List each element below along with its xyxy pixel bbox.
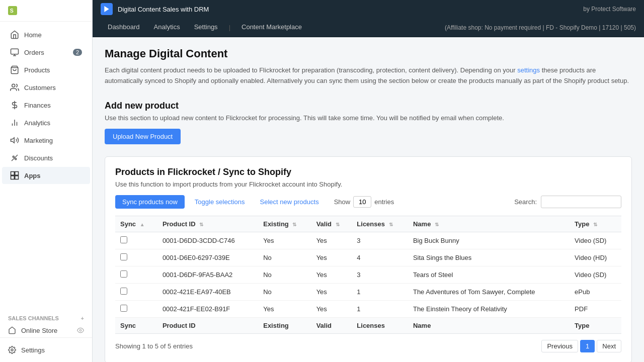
tab-analytics[interactable]: Analytics bbox=[147, 18, 187, 37]
svg-line-14 bbox=[12, 155, 18, 161]
product-id-cell: 0001-D6E0-6297-039E bbox=[157, 249, 258, 266]
sidebar-item-customers[interactable]: Customers bbox=[2, 79, 90, 96]
name-cell: The Einstein Theory of Relativity bbox=[408, 300, 570, 317]
marketing-icon bbox=[10, 136, 19, 145]
sidebar-item-analytics[interactable]: Analytics bbox=[2, 114, 90, 131]
tab-dashboard[interactable]: Dashboard bbox=[101, 18, 147, 37]
col-sync[interactable]: Sync ▲ bbox=[115, 216, 157, 232]
sync-checkbox[interactable] bbox=[120, 288, 127, 295]
sidebar-item-orders[interactable]: Orders 2 bbox=[2, 44, 90, 61]
type-cell: Video (HD) bbox=[570, 249, 621, 266]
table-row: 0001-D6DD-3CDD-C746 Yes Yes 3 Big Buck B… bbox=[115, 232, 621, 249]
show-entries-input[interactable] bbox=[353, 196, 371, 208]
upload-new-product-button[interactable]: Upload New Product bbox=[105, 129, 181, 144]
sidebar-item-products[interactable]: Products bbox=[2, 61, 90, 78]
sync-checkbox[interactable] bbox=[120, 236, 127, 243]
sidebar-item-label: Finances bbox=[24, 102, 51, 109]
sort-icon: ⇅ bbox=[593, 222, 597, 227]
sidebar-item-label: Customers bbox=[24, 84, 56, 92]
svg-marker-11 bbox=[11, 138, 15, 143]
pagination-prev[interactable]: Previous bbox=[541, 340, 578, 352]
valid-cell: Yes bbox=[311, 266, 352, 283]
settings-link[interactable]: settings bbox=[517, 66, 540, 74]
table-row: 0001-D6DF-9FA5-BAA2 No Yes 3 Tears of St… bbox=[115, 266, 621, 283]
sidebar: S Home Orders 2 Products bbox=[0, 0, 93, 362]
sidebar-navigation: Home Orders 2 Products Customers bbox=[0, 22, 92, 311]
pagination-page-1[interactable]: 1 bbox=[580, 340, 595, 352]
valid-cell: Yes bbox=[311, 232, 352, 249]
pagination: Previous 1 Next bbox=[541, 340, 621, 352]
sidebar-item-settings[interactable]: Settings bbox=[0, 342, 92, 358]
type-cell: Video (SD) bbox=[570, 232, 621, 249]
foot-col-type: Type bbox=[570, 317, 621, 333]
sync-checkbox-cell[interactable] bbox=[115, 249, 157, 266]
add-sales-channel-icon[interactable]: + bbox=[81, 315, 84, 321]
sidebar-item-label: Discounts bbox=[24, 154, 53, 162]
show-entries: Show entries bbox=[334, 196, 394, 208]
licenses-cell: 1 bbox=[352, 300, 408, 317]
tab-settings[interactable]: Settings bbox=[187, 18, 225, 37]
col-licenses[interactable]: Licenses ⇅ bbox=[352, 216, 408, 232]
sort-icon: ⇅ bbox=[199, 222, 203, 227]
products-icon bbox=[10, 65, 19, 74]
existing-cell: Yes bbox=[258, 232, 311, 249]
search-input[interactable] bbox=[541, 196, 621, 208]
sync-section-title: Products in Flickrocket / Sync to Shopif… bbox=[115, 167, 621, 177]
valid-cell: Yes bbox=[311, 249, 352, 266]
sidebar-item-discounts[interactable]: Discounts bbox=[2, 149, 90, 166]
sidebar-item-label: Apps bbox=[24, 172, 41, 179]
tab-content-marketplace[interactable]: Content Marketplace bbox=[234, 18, 309, 37]
name-cell: Big Buck Bunny bbox=[408, 232, 570, 249]
sync-section-description: Use this function to import products fro… bbox=[115, 180, 621, 188]
sync-products-button[interactable]: Sync products now bbox=[115, 195, 185, 209]
sort-icon: ⇅ bbox=[336, 222, 340, 227]
pagination-next[interactable]: Next bbox=[597, 340, 621, 352]
type-cell: PDF bbox=[570, 300, 621, 317]
valid-cell: Yes bbox=[311, 283, 352, 300]
app-title: Digital Content Sales with DRM bbox=[118, 6, 209, 13]
col-existing[interactable]: Existing ⇅ bbox=[258, 216, 311, 232]
sync-checkbox-cell[interactable] bbox=[115, 232, 157, 249]
sort-icon: ⇅ bbox=[292, 222, 296, 227]
apps-icon bbox=[10, 171, 19, 180]
name-cell: Tears of Steel bbox=[408, 266, 570, 283]
sidebar-item-label: Analytics bbox=[24, 119, 50, 127]
sync-checkbox-cell[interactable] bbox=[115, 283, 157, 300]
shopify-logo-icon: S bbox=[8, 6, 17, 15]
foot-col-name: Name bbox=[408, 317, 570, 333]
foot-col-existing: Existing bbox=[258, 317, 311, 333]
sync-checkbox[interactable] bbox=[120, 305, 127, 312]
col-name[interactable]: Name ⇅ bbox=[408, 216, 570, 232]
svg-point-12 bbox=[13, 156, 14, 157]
sync-checkbox[interactable] bbox=[120, 270, 127, 278]
sidebar-item-apps[interactable]: Apps bbox=[2, 167, 90, 184]
table-row: 0002-421F-EE02-B91F Yes Yes 1 The Einste… bbox=[115, 300, 621, 317]
name-cell: The Adventures of Tom Sawyer, Complete bbox=[408, 283, 570, 300]
toggle-selections-button[interactable]: Toggle selections bbox=[190, 195, 250, 209]
sidebar-item-finances[interactable]: Finances bbox=[2, 97, 90, 114]
col-product-id[interactable]: Product ID ⇅ bbox=[157, 216, 258, 232]
col-valid[interactable]: Valid ⇅ bbox=[311, 216, 352, 232]
sort-icon: ▲ bbox=[140, 222, 145, 227]
licenses-cell: 1 bbox=[352, 283, 408, 300]
sync-checkbox-cell[interactable] bbox=[115, 300, 157, 317]
discounts-icon bbox=[10, 153, 19, 162]
sidebar-item-label: Marketing bbox=[24, 137, 53, 144]
main-content: Manage Digital Content Each digital cont… bbox=[93, 37, 644, 362]
online-store-item[interactable]: Online Store bbox=[0, 323, 92, 337]
sidebar-item-home[interactable]: Home bbox=[2, 26, 90, 43]
select-new-products-button[interactable]: Select new products bbox=[255, 195, 324, 209]
svg-text:S: S bbox=[10, 8, 14, 14]
orders-icon bbox=[10, 48, 19, 57]
sidebar-item-marketing[interactable]: Marketing bbox=[2, 132, 90, 149]
sync-checkbox[interactable] bbox=[120, 253, 127, 260]
app-header: Digital Content Sales with DRM by Protec… bbox=[93, 0, 644, 18]
sync-checkbox-cell[interactable] bbox=[115, 266, 157, 283]
home-icon bbox=[10, 30, 19, 39]
showing-text: Showing 1 to 5 of 5 entries bbox=[115, 342, 193, 350]
app-by: by Protect Software bbox=[583, 6, 636, 13]
svg-rect-17 bbox=[11, 176, 15, 179]
show-label: Show bbox=[334, 198, 351, 206]
add-product-description: Use this section to upload new content t… bbox=[105, 114, 632, 122]
col-type[interactable]: Type ⇅ bbox=[570, 216, 621, 232]
